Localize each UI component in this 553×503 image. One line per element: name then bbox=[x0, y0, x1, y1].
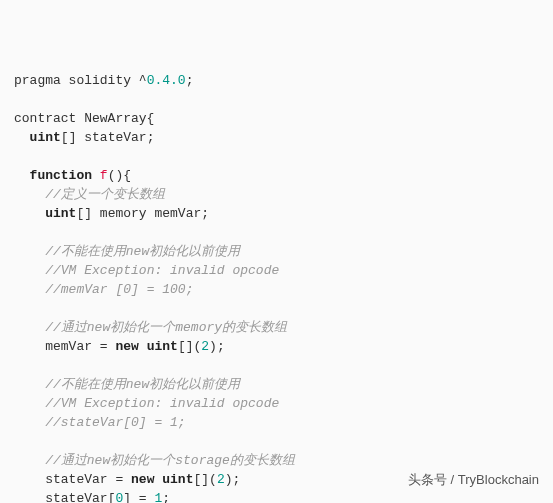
code-comment: //定义一个变长数组 bbox=[45, 187, 165, 202]
watermark-text: 头条号 / TryBlockchain bbox=[408, 470, 539, 489]
code-comment: //memVar [0] = 100; bbox=[45, 282, 193, 297]
code-line: pragma solidity ^0.4.0; bbox=[14, 73, 193, 88]
code-comment: //通过new初始化一个storage的变长数组 bbox=[45, 453, 295, 468]
code-line: uint[] memory memVar; bbox=[45, 206, 209, 221]
code-block: pragma solidity ^0.4.0; contract NewArra… bbox=[14, 71, 539, 503]
code-line: function f(){ bbox=[30, 168, 131, 183]
code-comment: //stateVar[0] = 1; bbox=[45, 415, 185, 430]
code-line: contract NewArray{ bbox=[14, 111, 154, 126]
code-comment: //不能在使用new初始化以前使用 bbox=[45, 377, 240, 392]
code-comment: //通过new初始化一个memory的变长数组 bbox=[45, 320, 287, 335]
code-comment: //不能在使用new初始化以前使用 bbox=[45, 244, 240, 259]
code-line: stateVar = new uint[](2); bbox=[45, 472, 240, 487]
code-comment: //VM Exception: invalid opcode bbox=[45, 396, 279, 411]
code-line: memVar = new uint[](2); bbox=[45, 339, 224, 354]
code-line: stateVar[0] = 1; bbox=[45, 491, 170, 503]
code-comment: //VM Exception: invalid opcode bbox=[45, 263, 279, 278]
code-line: uint[] stateVar; bbox=[30, 130, 155, 145]
